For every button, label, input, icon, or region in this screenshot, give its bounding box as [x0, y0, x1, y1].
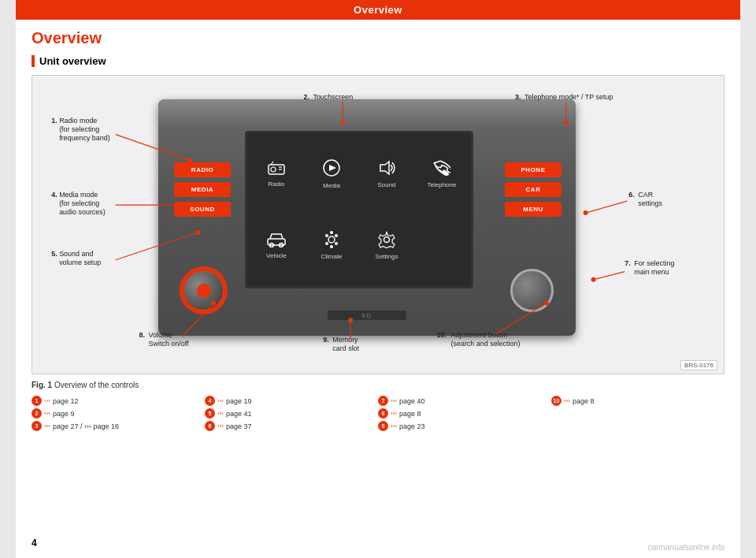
- sd-label: SD: [361, 313, 372, 318]
- menu-btn[interactable]: MENU: [505, 202, 561, 217]
- svg-text:For selecting: For selecting: [634, 259, 674, 267]
- svg-text:Switch on/off: Switch on/off: [149, 340, 190, 348]
- svg-rect-1: [271, 167, 276, 172]
- svg-line-52: [594, 272, 625, 280]
- svg-point-11: [328, 236, 335, 243]
- ref-arrow-8: ›››: [391, 410, 397, 417]
- ref-text-7: page 40: [399, 397, 425, 405]
- svg-point-14: [325, 242, 328, 245]
- screen-icons: Radio Media: [247, 133, 471, 286]
- ref-item-2: 2 ››› page 9: [32, 408, 205, 418]
- watermark: carmanualsonline.info: [648, 543, 724, 552]
- left-buttons: RADIO MEDIA SOUND: [174, 162, 231, 217]
- section-title: Unit overview: [32, 55, 724, 67]
- ref-item-empty: [551, 408, 724, 418]
- screen-sound-icon[interactable]: Sound: [361, 140, 413, 208]
- power-button[interactable]: [197, 284, 211, 298]
- ref-text-6: page 37: [226, 422, 252, 430]
- telephone-icon: [433, 159, 450, 180]
- radio-label: Radio: [269, 180, 285, 188]
- svg-text:8.: 8.: [139, 331, 145, 339]
- radio-btn[interactable]: RADIO: [174, 162, 231, 177]
- right-knob[interactable]: [510, 269, 554, 312]
- ref-item-8: 8 ››› page 8: [378, 408, 551, 418]
- ref-arrow-1: ›››: [44, 397, 50, 404]
- ref-arrow-7: ›››: [391, 397, 397, 404]
- ref-arrow-2: ›››: [44, 410, 50, 417]
- ref-text-9: page 23: [399, 422, 425, 430]
- page-number: 4: [32, 538, 37, 549]
- ref-item-1: 1 ››› page 12: [32, 396, 205, 406]
- ref-arrow-5: ›››: [217, 410, 224, 417]
- screen-media-icon[interactable]: Media: [306, 140, 358, 208]
- ref-item-9: 9 ››› page 23: [378, 421, 551, 431]
- radio-screen: Radio Media: [245, 131, 473, 288]
- ref-item-3: 3 ››› page 27 / ››› page 16: [32, 421, 205, 431]
- svg-marker-6: [329, 165, 336, 171]
- svg-text:1.: 1.: [51, 117, 57, 125]
- phone-btn[interactable]: PHONE: [505, 162, 561, 177]
- ref-arrow-6: ›››: [217, 422, 224, 430]
- ref-item-7: 7 ››› page 40: [378, 396, 551, 406]
- radio-unit: RADIO MEDIA SOUND Radio: [158, 99, 576, 336]
- svg-text:5.: 5.: [51, 250, 57, 258]
- sound-btn[interactable]: SOUND: [174, 202, 231, 217]
- left-knob[interactable]: [182, 269, 225, 312]
- ref-circle-6: 6: [205, 421, 215, 431]
- screen-empty: [416, 211, 468, 280]
- ref-circle-2: 2: [32, 408, 42, 418]
- svg-point-16: [330, 231, 333, 234]
- svg-text:Sound and: Sound and: [59, 250, 93, 258]
- sd-card-slot[interactable]: SD: [328, 311, 406, 320]
- ref-text-3: page 27 / ››› page 16: [53, 422, 119, 430]
- diagram-box: RADIO MEDIA SOUND Radio: [32, 75, 724, 374]
- svg-text:(for selecting: (for selecting: [59, 125, 99, 133]
- svg-text:audio sources): audio sources): [59, 208, 106, 216]
- radio-icon: [267, 160, 286, 179]
- screen-settings-icon[interactable]: Settings: [361, 211, 413, 280]
- screen-telephone-icon[interactable]: Telephone: [416, 140, 468, 208]
- svg-text:card slot: card slot: [332, 344, 359, 352]
- ref-circle-7: 7: [378, 396, 388, 406]
- svg-point-53: [591, 277, 596, 282]
- svg-text:CAR: CAR: [638, 191, 653, 199]
- media-btn[interactable]: MEDIA: [174, 182, 231, 197]
- svg-text:frequency band): frequency band): [59, 134, 110, 142]
- svg-point-13: [335, 234, 338, 237]
- screen-radio-icon[interactable]: Radio: [250, 140, 302, 208]
- settings-label: Settings: [376, 253, 398, 260]
- ref-arrow-3: ›››: [44, 422, 50, 430]
- car-btn[interactable]: CAR: [505, 182, 561, 197]
- ref-circle-3: 3: [32, 421, 42, 431]
- ref-arrow-4: ›››: [217, 397, 224, 404]
- sound-icon: [377, 159, 396, 180]
- svg-point-48: [584, 210, 588, 215]
- ref-text-2: page 9: [53, 410, 75, 418]
- ref-circle-1: 1: [32, 396, 42, 406]
- svg-text:Media mode: Media mode: [59, 191, 98, 199]
- svg-text:(for selecting: (for selecting: [59, 199, 99, 207]
- svg-point-15: [335, 242, 338, 245]
- ref-circle-8: 8: [378, 408, 388, 418]
- top-bar-title: Overview: [354, 4, 402, 16]
- ref-item-10: 10 ››› page 8: [551, 396, 724, 406]
- ref-circle-10: 10: [551, 396, 561, 406]
- svg-text:9.: 9.: [323, 336, 328, 344]
- svg-point-18: [384, 237, 390, 243]
- diagram-container: RADIO MEDIA SOUND Radio: [32, 75, 724, 374]
- ref-text-5: page 41: [226, 410, 252, 418]
- settings-icon: [378, 231, 395, 251]
- svg-text:Radio mode: Radio mode: [59, 117, 97, 125]
- ref-arrow-10: ›››: [564, 397, 570, 404]
- brs-label: BRS-0176: [680, 360, 717, 370]
- ref-text-10: page 8: [573, 397, 595, 405]
- screen-climate-icon[interactable]: Climate: [306, 211, 358, 280]
- svg-text:volume setup: volume setup: [59, 259, 101, 266]
- svg-text:(search and selection): (search and selection): [451, 340, 521, 348]
- ref-item-4: 4 ››› page 19: [205, 396, 378, 406]
- top-bar: Overview: [16, 0, 740, 20]
- climate-label: Climate: [321, 253, 342, 260]
- svg-point-12: [325, 234, 328, 237]
- ref-text-8: page 8: [399, 410, 421, 418]
- screen-vehicle-icon[interactable]: Vehicle: [250, 211, 302, 280]
